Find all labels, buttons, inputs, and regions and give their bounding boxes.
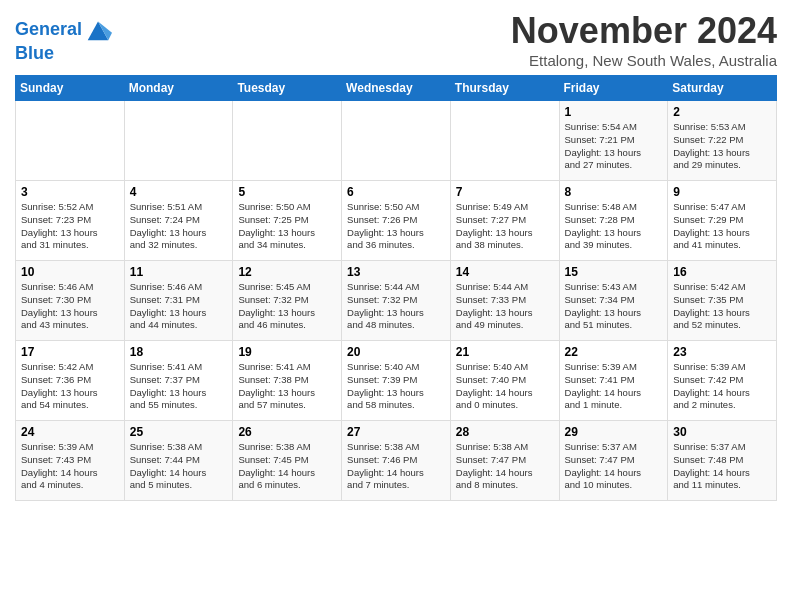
day-info: Sunrise: 5:38 AMSunset: 7:44 PMDaylight:… bbox=[130, 441, 228, 492]
day-number: 23 bbox=[673, 345, 771, 359]
calendar-cell: 4Sunrise: 5:51 AMSunset: 7:24 PMDaylight… bbox=[124, 181, 233, 261]
day-number: 24 bbox=[21, 425, 119, 439]
day-number: 28 bbox=[456, 425, 554, 439]
calendar-cell: 2Sunrise: 5:53 AMSunset: 7:22 PMDaylight… bbox=[668, 101, 777, 181]
logo-text-line2: Blue bbox=[15, 44, 112, 64]
day-number: 14 bbox=[456, 265, 554, 279]
calendar-cell: 14Sunrise: 5:44 AMSunset: 7:33 PMDayligh… bbox=[450, 261, 559, 341]
day-number: 22 bbox=[565, 345, 663, 359]
day-number: 18 bbox=[130, 345, 228, 359]
day-info: Sunrise: 5:44 AMSunset: 7:33 PMDaylight:… bbox=[456, 281, 554, 332]
day-number: 8 bbox=[565, 185, 663, 199]
calendar-cell: 25Sunrise: 5:38 AMSunset: 7:44 PMDayligh… bbox=[124, 421, 233, 501]
calendar-table: SundayMondayTuesdayWednesdayThursdayFrid… bbox=[15, 75, 777, 501]
calendar-cell: 12Sunrise: 5:45 AMSunset: 7:32 PMDayligh… bbox=[233, 261, 342, 341]
day-number: 4 bbox=[130, 185, 228, 199]
calendar-cell: 21Sunrise: 5:40 AMSunset: 7:40 PMDayligh… bbox=[450, 341, 559, 421]
day-number: 25 bbox=[130, 425, 228, 439]
logo: General Blue bbox=[15, 16, 112, 64]
calendar-cell: 17Sunrise: 5:42 AMSunset: 7:36 PMDayligh… bbox=[16, 341, 125, 421]
day-number: 13 bbox=[347, 265, 445, 279]
day-number: 5 bbox=[238, 185, 336, 199]
day-info: Sunrise: 5:48 AMSunset: 7:28 PMDaylight:… bbox=[565, 201, 663, 252]
calendar-cell: 29Sunrise: 5:37 AMSunset: 7:47 PMDayligh… bbox=[559, 421, 668, 501]
day-info: Sunrise: 5:46 AMSunset: 7:30 PMDaylight:… bbox=[21, 281, 119, 332]
day-info: Sunrise: 5:40 AMSunset: 7:39 PMDaylight:… bbox=[347, 361, 445, 412]
calendar-cell: 1Sunrise: 5:54 AMSunset: 7:21 PMDaylight… bbox=[559, 101, 668, 181]
day-info: Sunrise: 5:37 AMSunset: 7:48 PMDaylight:… bbox=[673, 441, 771, 492]
calendar-week-3: 10Sunrise: 5:46 AMSunset: 7:30 PMDayligh… bbox=[16, 261, 777, 341]
calendar-cell: 15Sunrise: 5:43 AMSunset: 7:34 PMDayligh… bbox=[559, 261, 668, 341]
day-number: 19 bbox=[238, 345, 336, 359]
day-number: 26 bbox=[238, 425, 336, 439]
day-info: Sunrise: 5:51 AMSunset: 7:24 PMDaylight:… bbox=[130, 201, 228, 252]
day-info: Sunrise: 5:39 AMSunset: 7:42 PMDaylight:… bbox=[673, 361, 771, 412]
day-number: 30 bbox=[673, 425, 771, 439]
calendar-cell: 7Sunrise: 5:49 AMSunset: 7:27 PMDaylight… bbox=[450, 181, 559, 261]
calendar-cell: 28Sunrise: 5:38 AMSunset: 7:47 PMDayligh… bbox=[450, 421, 559, 501]
day-info: Sunrise: 5:38 AMSunset: 7:45 PMDaylight:… bbox=[238, 441, 336, 492]
calendar-cell: 23Sunrise: 5:39 AMSunset: 7:42 PMDayligh… bbox=[668, 341, 777, 421]
day-info: Sunrise: 5:39 AMSunset: 7:43 PMDaylight:… bbox=[21, 441, 119, 492]
calendar-header: SundayMondayTuesdayWednesdayThursdayFrid… bbox=[16, 76, 777, 101]
calendar-week-4: 17Sunrise: 5:42 AMSunset: 7:36 PMDayligh… bbox=[16, 341, 777, 421]
calendar-cell: 27Sunrise: 5:38 AMSunset: 7:46 PMDayligh… bbox=[342, 421, 451, 501]
calendar-cell: 20Sunrise: 5:40 AMSunset: 7:39 PMDayligh… bbox=[342, 341, 451, 421]
day-info: Sunrise: 5:54 AMSunset: 7:21 PMDaylight:… bbox=[565, 121, 663, 172]
calendar-cell: 8Sunrise: 5:48 AMSunset: 7:28 PMDaylight… bbox=[559, 181, 668, 261]
day-number: 9 bbox=[673, 185, 771, 199]
page-header: General Blue November 2024 Ettalong, New… bbox=[15, 10, 777, 69]
header-thursday: Thursday bbox=[450, 76, 559, 101]
header-saturday: Saturday bbox=[668, 76, 777, 101]
day-number: 2 bbox=[673, 105, 771, 119]
calendar-cell: 30Sunrise: 5:37 AMSunset: 7:48 PMDayligh… bbox=[668, 421, 777, 501]
day-info: Sunrise: 5:45 AMSunset: 7:32 PMDaylight:… bbox=[238, 281, 336, 332]
day-info: Sunrise: 5:37 AMSunset: 7:47 PMDaylight:… bbox=[565, 441, 663, 492]
day-number: 29 bbox=[565, 425, 663, 439]
logo-text-line1: General bbox=[15, 20, 82, 40]
day-info: Sunrise: 5:47 AMSunset: 7:29 PMDaylight:… bbox=[673, 201, 771, 252]
calendar-cell: 5Sunrise: 5:50 AMSunset: 7:25 PMDaylight… bbox=[233, 181, 342, 261]
calendar-cell: 3Sunrise: 5:52 AMSunset: 7:23 PMDaylight… bbox=[16, 181, 125, 261]
title-section: November 2024 Ettalong, New South Wales,… bbox=[511, 10, 777, 69]
day-info: Sunrise: 5:43 AMSunset: 7:34 PMDaylight:… bbox=[565, 281, 663, 332]
day-info: Sunrise: 5:44 AMSunset: 7:32 PMDaylight:… bbox=[347, 281, 445, 332]
calendar-week-5: 24Sunrise: 5:39 AMSunset: 7:43 PMDayligh… bbox=[16, 421, 777, 501]
calendar-cell: 24Sunrise: 5:39 AMSunset: 7:43 PMDayligh… bbox=[16, 421, 125, 501]
logo-icon bbox=[84, 16, 112, 44]
calendar-cell: 13Sunrise: 5:44 AMSunset: 7:32 PMDayligh… bbox=[342, 261, 451, 341]
day-info: Sunrise: 5:38 AMSunset: 7:47 PMDaylight:… bbox=[456, 441, 554, 492]
day-info: Sunrise: 5:53 AMSunset: 7:22 PMDaylight:… bbox=[673, 121, 771, 172]
day-number: 20 bbox=[347, 345, 445, 359]
day-number: 16 bbox=[673, 265, 771, 279]
day-info: Sunrise: 5:38 AMSunset: 7:46 PMDaylight:… bbox=[347, 441, 445, 492]
calendar-cell: 18Sunrise: 5:41 AMSunset: 7:37 PMDayligh… bbox=[124, 341, 233, 421]
day-info: Sunrise: 5:41 AMSunset: 7:37 PMDaylight:… bbox=[130, 361, 228, 412]
calendar-cell: 9Sunrise: 5:47 AMSunset: 7:29 PMDaylight… bbox=[668, 181, 777, 261]
header-friday: Friday bbox=[559, 76, 668, 101]
day-number: 6 bbox=[347, 185, 445, 199]
day-info: Sunrise: 5:39 AMSunset: 7:41 PMDaylight:… bbox=[565, 361, 663, 412]
calendar-body: 1Sunrise: 5:54 AMSunset: 7:21 PMDaylight… bbox=[16, 101, 777, 501]
calendar-cell: 19Sunrise: 5:41 AMSunset: 7:38 PMDayligh… bbox=[233, 341, 342, 421]
day-number: 1 bbox=[565, 105, 663, 119]
day-info: Sunrise: 5:42 AMSunset: 7:35 PMDaylight:… bbox=[673, 281, 771, 332]
calendar-cell: 22Sunrise: 5:39 AMSunset: 7:41 PMDayligh… bbox=[559, 341, 668, 421]
day-number: 12 bbox=[238, 265, 336, 279]
day-number: 10 bbox=[21, 265, 119, 279]
calendar-cell: 16Sunrise: 5:42 AMSunset: 7:35 PMDayligh… bbox=[668, 261, 777, 341]
day-number: 11 bbox=[130, 265, 228, 279]
location: Ettalong, New South Wales, Australia bbox=[511, 52, 777, 69]
header-monday: Monday bbox=[124, 76, 233, 101]
day-info: Sunrise: 5:40 AMSunset: 7:40 PMDaylight:… bbox=[456, 361, 554, 412]
day-info: Sunrise: 5:52 AMSunset: 7:23 PMDaylight:… bbox=[21, 201, 119, 252]
month-title: November 2024 bbox=[511, 10, 777, 52]
calendar-week-1: 1Sunrise: 5:54 AMSunset: 7:21 PMDaylight… bbox=[16, 101, 777, 181]
calendar-cell bbox=[342, 101, 451, 181]
day-number: 17 bbox=[21, 345, 119, 359]
calendar-cell: 26Sunrise: 5:38 AMSunset: 7:45 PMDayligh… bbox=[233, 421, 342, 501]
header-tuesday: Tuesday bbox=[233, 76, 342, 101]
day-info: Sunrise: 5:42 AMSunset: 7:36 PMDaylight:… bbox=[21, 361, 119, 412]
calendar-cell: 6Sunrise: 5:50 AMSunset: 7:26 PMDaylight… bbox=[342, 181, 451, 261]
day-info: Sunrise: 5:46 AMSunset: 7:31 PMDaylight:… bbox=[130, 281, 228, 332]
